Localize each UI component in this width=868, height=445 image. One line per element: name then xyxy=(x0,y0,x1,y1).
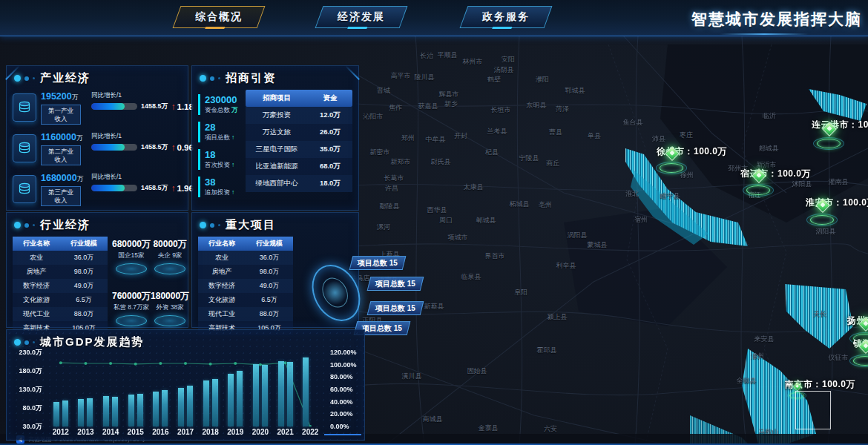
y2-tick: 80.00% xyxy=(330,373,353,380)
project-sector-row[interactable]: 房地产98.0万 xyxy=(198,265,293,279)
map-place-label: 项城市 xyxy=(448,233,468,243)
investment-row[interactable]: 万达文旅26.0万 xyxy=(246,124,352,141)
industry-value: 195200万 xyxy=(41,91,87,102)
map-place-label: 汤阴县 xyxy=(494,65,514,75)
investment-row[interactable]: 绿地西部中心18.0万 xyxy=(246,175,352,192)
investment-stat: 18首次投资↑ xyxy=(198,149,241,170)
col-header: 行业名称 xyxy=(13,237,60,251)
tab-综合概况[interactable]: 综合概况 xyxy=(173,6,266,28)
panel-title: 产业经济 xyxy=(40,71,91,85)
panel-gdp-trend: 城市GDP发展趋势 230.0万180.0万130.0万80.0万30.0万 1… xyxy=(6,329,365,441)
panel-title: 招商引资 xyxy=(226,71,276,85)
investment-stat: 38追加投资↑ xyxy=(198,177,241,197)
map-place-label: 郓城县 xyxy=(565,86,585,96)
y2-tick: 100.00% xyxy=(330,361,357,369)
table-header: 行业名称行业规模 xyxy=(198,237,293,251)
project-sector-row[interactable]: 农业36.0万 xyxy=(198,251,293,265)
city-marker-pin-icon xyxy=(809,199,835,228)
map-place-label: 枣庄 xyxy=(680,131,693,140)
map-place-label: 临沂 xyxy=(763,111,776,121)
gdp-bar xyxy=(287,362,293,426)
map-place-label: 颍上县 xyxy=(548,312,568,322)
stat-label: 央企 9家 xyxy=(151,251,189,260)
cell-value: 6.5万 xyxy=(60,293,108,307)
x-tick: 2016 xyxy=(148,428,174,440)
map-place-label: 沛县 xyxy=(652,134,665,144)
y2-tick: 0.00% xyxy=(330,423,349,430)
gdp-bar xyxy=(153,392,159,426)
map-place-label: 长垣市 xyxy=(491,105,511,115)
map-place-label: 宁陵县 xyxy=(519,154,539,163)
tab-经济发展[interactable]: 经济发展 xyxy=(315,6,408,28)
progress-track xyxy=(91,103,137,110)
gdp-bar xyxy=(303,357,309,426)
sector-row[interactable]: 房地产98.0万 xyxy=(13,265,108,279)
project-sector-row[interactable]: 数字经济49.0万 xyxy=(198,279,293,293)
panel-header-dots-icon xyxy=(200,75,220,82)
investment-stat: 230000资金总数万 xyxy=(198,94,241,115)
cell-name: 比亚迪新能源 xyxy=(246,158,308,175)
stat-value: 28 xyxy=(205,122,241,133)
map-place-label: 蒙城县 xyxy=(588,240,608,250)
project-sector-row[interactable]: 现代工业88.0万 xyxy=(198,307,293,321)
stat-value: 80000万 xyxy=(151,238,189,251)
marker-gem xyxy=(858,317,868,332)
glow-pedestal-icon xyxy=(116,315,147,326)
dashboard-root: 长治平顺县林州市安阳汤阴县鹤壁濮阳郓城县菏泽东明县高平市陵川县晋城焦作沁阳市辉县… xyxy=(0,0,868,445)
x-tick: 2021 xyxy=(273,428,298,440)
map-place-label: 阜阳 xyxy=(514,288,527,297)
sector-row[interactable]: 农业36.0万 xyxy=(13,251,108,265)
tab-政务服务[interactable]: 政务服务 xyxy=(460,6,553,28)
map-place-label: 淮北 xyxy=(625,189,639,199)
title-underline xyxy=(720,33,809,35)
gdp-bar xyxy=(87,398,93,427)
cell-name: 万达文旅 xyxy=(246,124,308,141)
map-place-label: 太康县 xyxy=(464,182,484,192)
panel-industry-economy: 产业经济 195200万第一产业收入同比增长/11458.5万↑1.181160… xyxy=(6,65,188,211)
sector-row[interactable]: 数字经济49.0万 xyxy=(13,279,108,293)
industry-value-block: 1160000万第二产业收入 xyxy=(41,132,87,165)
panel-header: 行业经济 xyxy=(7,213,188,235)
coins-icon xyxy=(13,134,36,162)
progress-label: 同比增长/1 xyxy=(91,91,168,100)
marker-gem xyxy=(792,382,801,391)
bar-group xyxy=(223,352,248,426)
marker-gem xyxy=(822,122,837,136)
stat-value: 760000万 xyxy=(112,290,151,303)
map-place-label: 利辛县 xyxy=(556,261,576,271)
map-place-label: 许昌 xyxy=(385,184,398,194)
x-tick: 2020 xyxy=(248,428,273,440)
map-place-label: 潢川县 xyxy=(402,372,422,381)
up-arrow-icon: ↑ xyxy=(171,102,176,112)
map-place-label: 周口 xyxy=(439,216,453,225)
gdp-bar xyxy=(53,402,59,427)
cell-value: 49.0万 xyxy=(246,279,293,293)
map-place-label: 灌南县 xyxy=(829,177,849,187)
map-place-label: 获嘉县 xyxy=(418,102,438,111)
bar-group xyxy=(198,352,223,426)
map-place-label: 新郑市 xyxy=(391,157,411,167)
investment-row[interactable]: 比亚迪新能源68.0万 xyxy=(246,158,352,175)
up-arrow-icon: ↑ xyxy=(171,183,176,194)
tab-label: 政务服务 xyxy=(482,10,530,24)
map-place-label: 天长 xyxy=(813,309,826,319)
sector-table: 行业名称行业规模农业36.0万房地产98.0万数字经济49.0万文化旅游6.5万… xyxy=(13,237,108,335)
industry-progress: 同比增长/11458.5万 xyxy=(91,91,168,111)
x-tick: 2013 xyxy=(73,428,99,440)
investment-row[interactable]: 万豪投资12.0万 xyxy=(246,107,352,124)
cell-value: 26.0万 xyxy=(308,124,352,141)
map-place-label: 仪征市 xyxy=(829,353,849,363)
project-sector-row[interactable]: 文化旅游6.5万 xyxy=(198,293,293,307)
x-tick: 2019 xyxy=(223,428,248,440)
investment-row[interactable]: 三星电子国际35.0万 xyxy=(246,141,352,158)
map-place-label: 沭阳县 xyxy=(792,179,812,189)
sector-row[interactable]: 文化旅游6.5万 xyxy=(13,293,108,307)
sector-row[interactable]: 现代工业88.0万 xyxy=(13,307,108,321)
panel-major-projects: 重大项目 行业名称行业规模农业36.0万房地产98.0万数字经济49.0万文化旅… xyxy=(191,212,359,328)
col-header: 行业规模 xyxy=(60,237,108,251)
sector-stat: 180000万外资 38家 xyxy=(151,290,189,336)
map-place-label: 濮阳 xyxy=(536,75,549,85)
map-place-label: 长治 xyxy=(420,51,433,61)
map-place-label: 晋城 xyxy=(377,86,390,96)
map-place-label: 开封 xyxy=(454,131,467,141)
